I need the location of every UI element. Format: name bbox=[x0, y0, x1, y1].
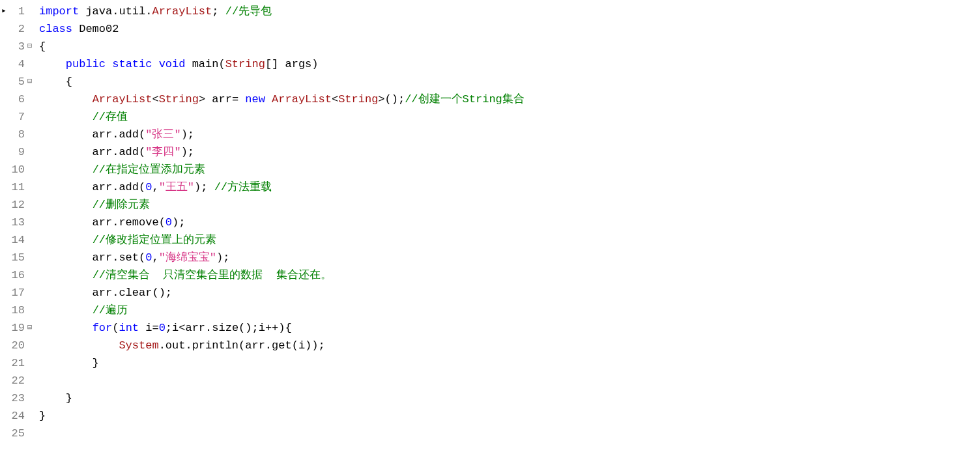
line-number: 4 bbox=[8, 55, 26, 73]
line-number: 21 bbox=[8, 354, 26, 372]
code-token: ArrayList bbox=[272, 93, 332, 106]
code-token: //删除元素 bbox=[93, 199, 150, 211]
gutter-row: 17 bbox=[0, 284, 35, 302]
code-token: } bbox=[39, 410, 46, 422]
code-token: Demo02 bbox=[79, 23, 119, 35]
code-token: ( bbox=[112, 322, 119, 334]
gutter-row: 5⊟ bbox=[0, 73, 35, 91]
gutter-row: 3⊟ bbox=[0, 38, 35, 55]
code-line[interactable]: arr.add("李四"); bbox=[39, 143, 525, 161]
code-line[interactable]: import java.util.ArrayList; //先导包 bbox=[39, 3, 525, 20]
gutter-row: 10 bbox=[0, 161, 35, 178]
code-token: } bbox=[39, 392, 72, 404]
code-line[interactable]: //删除元素 bbox=[39, 196, 525, 214]
code-token: < bbox=[332, 93, 338, 106]
code-line[interactable]: for(int i=0;i<arr.size();i++){ bbox=[39, 319, 525, 337]
code-line[interactable]: { bbox=[39, 73, 525, 91]
line-number: 6 bbox=[8, 91, 26, 108]
line-number: 10 bbox=[8, 161, 26, 178]
code-token: arr.remove( bbox=[39, 216, 166, 229]
code-token: .out.println(arr.get(i)); bbox=[159, 339, 325, 352]
gutter-row: 18 bbox=[0, 302, 35, 319]
gutter-row: 15 bbox=[0, 249, 35, 266]
code-line[interactable]: arr.remove(0); bbox=[39, 214, 525, 231]
code-token bbox=[39, 199, 93, 211]
code-token: System bbox=[119, 339, 158, 352]
line-number: 15 bbox=[8, 249, 26, 266]
code-token: String bbox=[225, 58, 265, 70]
gutter-row: 12 bbox=[0, 196, 35, 214]
code-token bbox=[39, 322, 93, 334]
code-token: ); bbox=[216, 251, 229, 264]
code-token bbox=[39, 234, 93, 246]
line-number: 24 bbox=[8, 407, 26, 425]
line-number: 2 bbox=[8, 20, 26, 38]
code-line[interactable]: //修改指定位置上的元素 bbox=[39, 231, 525, 249]
code-token: ArrayList bbox=[93, 93, 152, 106]
code-line[interactable]: arr.add("张三"); bbox=[39, 126, 525, 143]
code-line[interactable]: //在指定位置添加元素 bbox=[39, 161, 525, 178]
gutter-row: 7 bbox=[0, 108, 35, 126]
code-line[interactable]: System.out.println(arr.get(i)); bbox=[39, 337, 525, 354]
code-token: //在指定位置添加元素 bbox=[93, 163, 205, 176]
code-token: //修改指定位置上的元素 bbox=[93, 234, 216, 246]
code-line[interactable]: } bbox=[39, 354, 525, 372]
code-token: ; bbox=[212, 5, 225, 18]
code-line[interactable]: ArrayList<String> arr= new ArrayList<Str… bbox=[39, 91, 525, 108]
code-area[interactable]: import java.util.ArrayList; //先导包class D… bbox=[39, 3, 525, 442]
fold-toggle-icon[interactable]: ⊟ bbox=[26, 322, 35, 334]
code-line[interactable] bbox=[39, 425, 525, 442]
code-token bbox=[39, 163, 93, 176]
line-number: 19 bbox=[8, 319, 26, 337]
code-token: //存值 bbox=[93, 111, 128, 123]
gutter-row: 19⊟ bbox=[0, 319, 35, 337]
gutter-row: ▸1 bbox=[0, 3, 35, 20]
code-token: main( bbox=[192, 58, 225, 70]
gutter-row: 25 bbox=[0, 425, 35, 442]
code-line[interactable]: public static void main(String[] args) bbox=[39, 55, 525, 73]
gutter-row: 4 bbox=[0, 55, 35, 73]
code-token: String bbox=[159, 93, 199, 106]
line-number: 22 bbox=[8, 372, 26, 389]
code-line[interactable]: arr.set(0,"海绵宝宝"); bbox=[39, 249, 525, 266]
code-line[interactable] bbox=[39, 372, 525, 389]
code-line[interactable]: //存值 bbox=[39, 108, 525, 126]
code-token: java.util. bbox=[85, 5, 152, 18]
gutter-row: 6 bbox=[0, 91, 35, 108]
fold-toggle-icon[interactable]: ⊟ bbox=[26, 76, 35, 88]
code-line[interactable]: } bbox=[39, 407, 525, 425]
code-token bbox=[39, 269, 93, 281]
code-token bbox=[39, 58, 66, 70]
code-token: { bbox=[39, 40, 46, 53]
code-token: >(); bbox=[378, 93, 405, 106]
code-token: int bbox=[119, 322, 145, 334]
code-line[interactable]: //遍历 bbox=[39, 302, 525, 319]
line-number: 25 bbox=[8, 425, 26, 442]
code-line[interactable]: } bbox=[39, 389, 525, 407]
code-token: ); bbox=[194, 181, 214, 193]
code-line[interactable]: arr.clear(); bbox=[39, 284, 525, 302]
line-number: 13 bbox=[8, 214, 26, 231]
line-number: 11 bbox=[8, 178, 26, 196]
code-token: public static void bbox=[66, 58, 192, 70]
code-token: arr.add( bbox=[39, 146, 145, 158]
code-token: arr.clear(); bbox=[39, 287, 172, 299]
line-number: 7 bbox=[8, 108, 26, 126]
line-number: 14 bbox=[8, 231, 26, 249]
fold-toggle-icon[interactable]: ⊟ bbox=[26, 40, 35, 53]
code-token: 0 bbox=[166, 216, 172, 229]
code-token: String bbox=[338, 93, 378, 106]
code-line[interactable]: arr.add(0,"王五"); //方法重载 bbox=[39, 178, 525, 196]
code-token: //方法重载 bbox=[214, 181, 272, 193]
code-token: , bbox=[152, 251, 158, 264]
line-number: 17 bbox=[8, 284, 26, 302]
gutter-row: 9 bbox=[0, 143, 35, 161]
breakpoint-marker[interactable]: ▸ bbox=[0, 5, 8, 18]
code-token: "李四" bbox=[145, 146, 180, 158]
gutter-row: 14 bbox=[0, 231, 35, 249]
code-line[interactable]: { bbox=[39, 38, 525, 55]
code-line[interactable]: //清空集合 只清空集合里的数据 集合还在。 bbox=[39, 266, 525, 284]
code-token: ArrayList bbox=[152, 5, 212, 18]
code-token: //创建一个String集合 bbox=[405, 93, 525, 106]
code-line[interactable]: class Demo02 bbox=[39, 20, 525, 38]
